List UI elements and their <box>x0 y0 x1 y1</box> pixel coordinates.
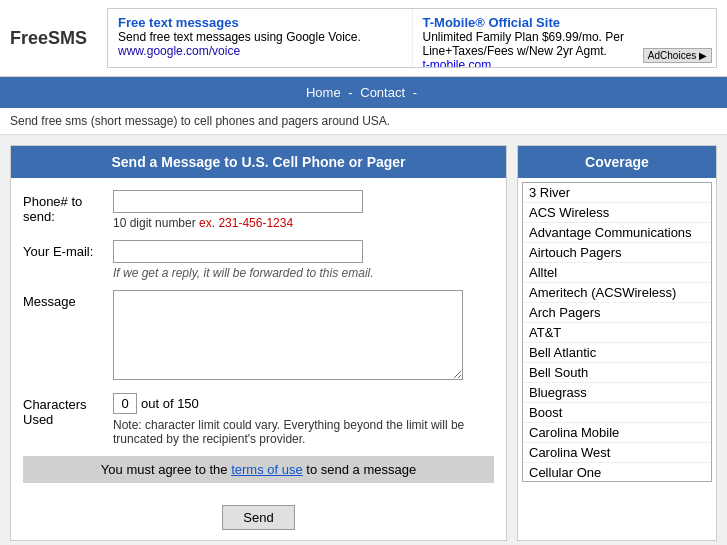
chars-note: Note: character limit could vary. Everyt… <box>113 418 494 446</box>
ad-left-body: Send free text messages using Google Voi… <box>118 30 401 44</box>
page-subtitle: Send free sms (short message) to cell ph… <box>0 108 727 135</box>
phone-label: Phone# to send: <box>23 190 113 224</box>
coverage-item[interactable]: Airtouch Pagers <box>523 243 711 263</box>
coverage-item[interactable]: Bluegrass <box>523 383 711 403</box>
message-textarea[interactable] <box>113 290 463 380</box>
send-button[interactable]: Send <box>222 505 294 530</box>
coverage-item[interactable]: AT&T <box>523 323 711 343</box>
coverage-item[interactable]: Carolina Mobile <box>523 423 711 443</box>
coverage-title: Coverage <box>518 146 716 178</box>
phone-input[interactable] <box>113 190 363 213</box>
chars-value: 0 <box>113 393 137 414</box>
ad-left-link[interactable]: www.google.com/voice <box>118 44 240 58</box>
coverage-item[interactable]: Cellular One <box>523 463 711 482</box>
form-section: Send a Message to U.S. Cell Phone or Pag… <box>10 145 507 541</box>
email-label: Your E-mail: <box>23 240 113 259</box>
nav-contact[interactable]: Contact <box>360 85 405 100</box>
terms-link[interactable]: terms of use <box>231 462 303 477</box>
ad-banner: Free text messages Send free text messag… <box>107 8 717 68</box>
coverage-item[interactable]: ACS Wireless <box>523 203 711 223</box>
ad-right-link[interactable]: t-mobile.com <box>423 58 492 68</box>
coverage-item[interactable]: 3 River <box>523 183 711 203</box>
coverage-item[interactable]: Alltel <box>523 263 711 283</box>
chars-outof: out of 150 <box>141 396 199 411</box>
coverage-item[interactable]: Bell South <box>523 363 711 383</box>
form-title: Send a Message to U.S. Cell Phone or Pag… <box>11 146 506 178</box>
logo: FreeSMS <box>10 28 87 49</box>
nav-sep2: - <box>413 85 417 100</box>
coverage-item[interactable]: Boost <box>523 403 711 423</box>
message-label: Message <box>23 290 113 309</box>
chars-label: Characters Used <box>23 393 113 427</box>
coverage-item[interactable]: Arch Pagers <box>523 303 711 323</box>
ad-choices-button[interactable]: AdChoices ▶ <box>643 48 712 63</box>
email-hint: If we get a reply, it will be forwarded … <box>113 266 494 280</box>
coverage-item[interactable]: Bell Atlantic <box>523 343 711 363</box>
coverage-list[interactable]: 3 RiverACS WirelessAdvantage Communicati… <box>522 182 712 482</box>
nav-sep1: - <box>348 85 352 100</box>
coverage-item[interactable]: Ameritech (ACSWireless) <box>523 283 711 303</box>
nav-bar: Home - Contact - <box>0 77 727 108</box>
coverage-item[interactable]: Carolina West <box>523 443 711 463</box>
terms-row: You must agree to the terms of use to se… <box>23 456 494 483</box>
terms-suffix: to send a message <box>303 462 416 477</box>
phone-example-number: ex. 231-456-1234 <box>199 216 293 230</box>
email-input[interactable] <box>113 240 363 263</box>
terms-prefix: You must agree to the <box>101 462 231 477</box>
nav-home[interactable]: Home <box>306 85 341 100</box>
ad-left-title: Free text messages <box>118 15 401 30</box>
coverage-section: Coverage 3 RiverACS WirelessAdvantage Co… <box>517 145 717 541</box>
coverage-item[interactable]: Advantage Communications <box>523 223 711 243</box>
ad-right-title: T-Mobile® Official Site <box>423 15 706 30</box>
phone-example-prefix: 10 digit number <box>113 216 199 230</box>
